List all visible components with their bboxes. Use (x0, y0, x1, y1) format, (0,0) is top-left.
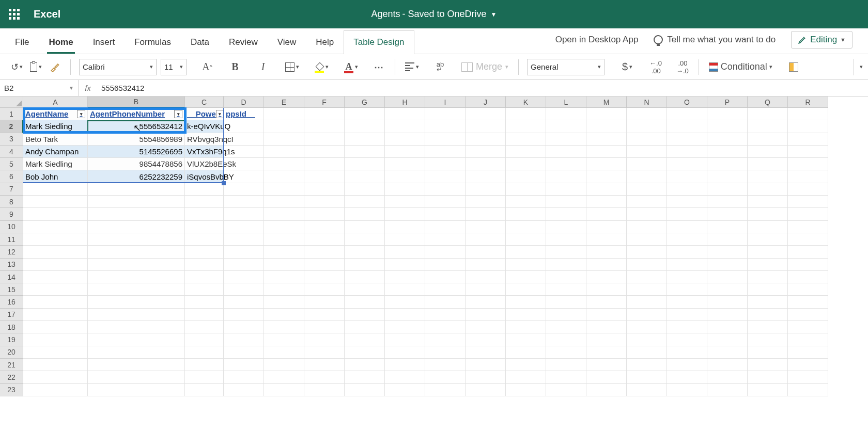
cell-H2[interactable] (385, 120, 425, 133)
row-header-10[interactable]: 10 (0, 221, 23, 233)
cell-A12[interactable] (23, 246, 88, 258)
increase-font-button[interactable]: A^ (200, 59, 214, 75)
cell-B14[interactable] (88, 271, 185, 283)
cell-J2[interactable] (466, 120, 506, 133)
cell-A7[interactable] (23, 183, 88, 196)
cell-C14[interactable] (185, 271, 224, 283)
cell-Q15[interactable] (748, 283, 788, 296)
row-header-23[interactable]: 23 (0, 384, 23, 396)
cell-R11[interactable] (788, 233, 828, 246)
cell-B23[interactable] (88, 384, 185, 396)
cell-Q1[interactable] (748, 108, 788, 120)
cell-D20[interactable] (224, 346, 264, 359)
cell-F22[interactable] (304, 371, 345, 383)
cell-M8[interactable] (586, 196, 627, 208)
cell-H11[interactable] (385, 233, 425, 246)
column-header-E[interactable]: E (264, 97, 304, 108)
cell-D10[interactable] (224, 221, 264, 233)
row-header-19[interactable]: 19 (0, 333, 23, 346)
cell-R12[interactable] (788, 246, 828, 258)
tell-me-search[interactable]: Tell me what you want to do (654, 35, 776, 45)
row-header-22[interactable]: 22 (0, 371, 23, 383)
cell-I14[interactable] (425, 271, 466, 283)
cell-F15[interactable] (304, 283, 345, 296)
table-resize-handle[interactable] (222, 181, 226, 185)
cell-Q12[interactable] (748, 246, 788, 258)
cell-I13[interactable] (425, 259, 466, 271)
cell-H23[interactable] (385, 384, 425, 396)
cell-L22[interactable] (546, 371, 586, 383)
cell-C15[interactable] (185, 283, 224, 296)
cell-E5[interactable] (264, 158, 304, 170)
column-header-A[interactable]: A (23, 97, 88, 108)
cell-L19[interactable] (546, 333, 586, 346)
cell-E8[interactable] (264, 196, 304, 208)
cell-L10[interactable] (546, 221, 586, 233)
cell-J7[interactable] (466, 183, 506, 196)
decrease-decimal-button[interactable]: ←.0 .00 (648, 59, 663, 75)
cell-J22[interactable] (466, 371, 506, 383)
cell-K14[interactable] (506, 271, 546, 283)
cell-I8[interactable] (425, 196, 466, 208)
cell-E16[interactable] (264, 296, 304, 308)
cell-L13[interactable] (546, 259, 586, 271)
cell-H17[interactable] (385, 309, 425, 321)
cell-F7[interactable] (304, 183, 345, 196)
filter-button[interactable]: ▾ (216, 110, 224, 118)
cell-O10[interactable] (667, 221, 707, 233)
cell-G16[interactable] (345, 296, 385, 308)
align-dropdown[interactable]: ▾ (404, 59, 421, 75)
tab-insert[interactable]: Insert (83, 30, 125, 54)
cell-G6[interactable] (345, 170, 385, 183)
filter-button[interactable]: ▾ (77, 110, 85, 118)
column-header-N[interactable]: N (627, 97, 667, 108)
cell-J23[interactable] (466, 384, 506, 396)
cell-Q8[interactable] (748, 196, 788, 208)
cell-L12[interactable] (546, 246, 586, 258)
cell-E14[interactable] (264, 271, 304, 283)
cell-C8[interactable] (185, 196, 224, 208)
cell-C23[interactable] (185, 384, 224, 396)
cell-L16[interactable] (546, 296, 586, 308)
cell-J8[interactable] (466, 196, 506, 208)
cell-H7[interactable] (385, 183, 425, 196)
cell-D23[interactable] (224, 384, 264, 396)
cell-C20[interactable] (185, 346, 224, 359)
cell-I16[interactable] (425, 296, 466, 308)
cell-A16[interactable] (23, 296, 88, 308)
column-header-O[interactable]: O (667, 97, 707, 108)
cell-O12[interactable] (667, 246, 707, 258)
cell-N13[interactable] (627, 259, 667, 271)
cell-O14[interactable] (667, 271, 707, 283)
cell-Q23[interactable] (748, 384, 788, 396)
cell-G1[interactable] (345, 108, 385, 120)
cell-K2[interactable] (506, 120, 546, 133)
cell-B11[interactable] (88, 233, 185, 246)
cell-H1[interactable] (385, 108, 425, 120)
cell-F3[interactable] (304, 133, 345, 146)
cell-I20[interactable] (425, 346, 466, 359)
cell-N2[interactable] (627, 120, 667, 133)
cell-M3[interactable] (586, 133, 627, 146)
row-header-3[interactable]: 3 (0, 133, 23, 146)
cell-E20[interactable] (264, 346, 304, 359)
cell-M14[interactable] (586, 271, 627, 283)
filter-button[interactable]: ▾ (174, 110, 182, 118)
cell-O16[interactable] (667, 296, 707, 308)
cell-R19[interactable] (788, 333, 828, 346)
cell-Q4[interactable] (748, 146, 788, 158)
cell-M12[interactable] (586, 246, 627, 258)
cell-P4[interactable] (707, 146, 748, 158)
cell-N16[interactable] (627, 296, 667, 308)
cell-A23[interactable] (23, 384, 88, 396)
cell-R6[interactable] (788, 170, 828, 183)
cell-O15[interactable] (667, 283, 707, 296)
cell-E13[interactable] (264, 259, 304, 271)
cell-I1[interactable] (425, 108, 466, 120)
cell-P20[interactable] (707, 346, 748, 359)
cell-L14[interactable] (546, 271, 586, 283)
cell-B21[interactable] (88, 359, 185, 371)
insert-function-button[interactable]: fx (79, 80, 97, 96)
cell-L1[interactable] (546, 108, 586, 120)
cell-G9[interactable] (345, 208, 385, 220)
